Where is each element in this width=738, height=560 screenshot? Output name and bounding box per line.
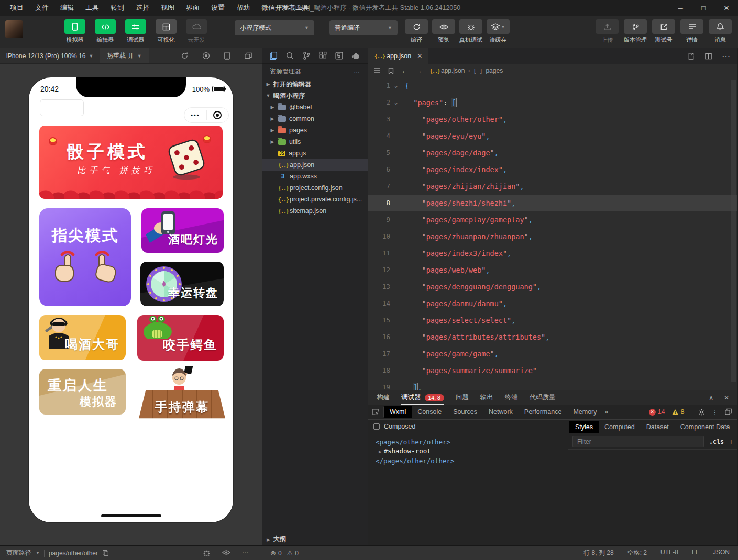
- devtools-tab-network[interactable]: Network: [483, 406, 519, 418]
- files-icon[interactable]: [269, 51, 278, 60]
- eol[interactable]: LF: [692, 548, 699, 557]
- file-tree-item-app.json[interactable]: ▶{..}app.json: [262, 159, 368, 171]
- devtools-tab-console[interactable]: Console: [412, 406, 447, 418]
- debug-icon[interactable]: [203, 549, 211, 557]
- language-mode[interactable]: JSON: [713, 548, 730, 557]
- toolbar-button-编辑器[interactable]: 编辑器: [93, 19, 117, 44]
- fold-chevron-icon[interactable]: ⌄: [390, 77, 402, 94]
- device-selector[interactable]: iPhone 12/13 (Pro) 100% 16 ▼: [0, 48, 100, 63]
- problems-summary[interactable]: ⊗0 ⚠0: [262, 549, 368, 557]
- snippets-icon[interactable]: [335, 51, 344, 60]
- menu-设置[interactable]: 设置: [206, 2, 229, 14]
- code-line-15[interactable]: 15 "pages/select/select",: [368, 312, 737, 329]
- search-icon[interactable]: [285, 51, 294, 60]
- lines-icon[interactable]: [680, 19, 703, 34]
- back-icon[interactable]: ←: [401, 67, 408, 75]
- more-icon[interactable]: ⋯: [722, 51, 730, 61]
- file-tree-item-app.wxss[interactable]: ▶∃app.wxss: [262, 171, 368, 182]
- inspect-element-icon[interactable]: [368, 407, 384, 417]
- upload-icon[interactable]: [596, 19, 619, 34]
- styles-tab-dataset[interactable]: Dataset: [641, 421, 675, 433]
- layout-icon[interactable]: [156, 19, 177, 34]
- more-tabs-icon[interactable]: »: [603, 408, 611, 416]
- menu-工具[interactable]: 工具: [81, 2, 104, 14]
- compile-dropdown[interactable]: 普通编译 ▼: [329, 20, 398, 35]
- card-handheld-danmu[interactable]: 手持弹幕: [139, 366, 225, 430]
- maximize-button[interactable]: □: [692, 0, 715, 16]
- toolbar-button-详情[interactable]: 详情: [680, 19, 703, 44]
- card-drink-bigbro[interactable]: 喝酒大哥: [39, 315, 126, 360]
- styles-tab-styles[interactable]: Styles: [569, 421, 599, 433]
- code-line-9[interactable]: 9 "pages/gameplay/gameplay",: [368, 211, 737, 228]
- cloud-icon[interactable]: [186, 19, 207, 34]
- project-section[interactable]: ▼ 喝酒小程序: [262, 90, 368, 102]
- toolbar-button-消息[interactable]: 消息: [709, 19, 732, 44]
- open-preview-icon[interactable]: [687, 52, 695, 60]
- dock-icon[interactable]: [724, 408, 732, 416]
- wxml-tree[interactable]: <pages/other/other> ▶#shadow-root </page…: [368, 433, 568, 535]
- panel-tab-调试器[interactable]: 调试器14, 8: [401, 390, 444, 405]
- indent-setting[interactable]: 空格: 2: [627, 548, 647, 557]
- more-icon[interactable]: ⋯: [242, 549, 248, 557]
- eye-icon[interactable]: [222, 549, 230, 557]
- card-bar-light[interactable]: 酒吧灯光: [141, 208, 224, 253]
- code-icon[interactable]: [95, 19, 116, 34]
- cursor-position[interactable]: 行 8, 列 28: [583, 548, 613, 557]
- layers-icon[interactable]: ▼: [487, 19, 510, 34]
- panel-tab-终端[interactable]: 终端: [505, 390, 518, 405]
- minimize-capsule-icon[interactable]: [207, 111, 229, 119]
- capsule-menu[interactable]: •••: [184, 107, 229, 123]
- close-button[interactable]: ✕: [715, 0, 738, 16]
- minimize-button[interactable]: ─: [669, 0, 692, 16]
- code-line-3[interactable]: 3 "pages/other/other",: [368, 111, 737, 128]
- eye-icon[interactable]: [432, 19, 455, 34]
- toolbar-button-清缓存[interactable]: ▼清缓存: [487, 19, 510, 44]
- breadcrumb[interactable]: {..} app.json › [ ] pages: [429, 67, 503, 74]
- toolbar-button-编译[interactable]: 编译: [405, 19, 428, 44]
- branch-icon[interactable]: [624, 19, 647, 34]
- kebab-menu-icon[interactable]: ⋮: [712, 408, 719, 416]
- composed-checkbox[interactable]: [373, 423, 380, 430]
- outline-list-icon[interactable]: [373, 68, 381, 74]
- error-count[interactable]: ✕14: [649, 408, 665, 416]
- multi-window-icon[interactable]: [244, 52, 252, 60]
- styles-tab-component-data[interactable]: Component Data: [675, 421, 736, 433]
- external-icon[interactable]: [652, 19, 675, 34]
- extensions-icon[interactable]: [318, 51, 327, 60]
- card-restart-life[interactable]: 重启人生 模拟器: [39, 369, 126, 415]
- file-tree-item-utils[interactable]: ▶utils: [262, 136, 368, 148]
- card-lucky-wheel[interactable]: 幸运转盘: [140, 262, 224, 306]
- wxml-close-tag[interactable]: </pages/other/other>: [376, 456, 568, 465]
- open-editors-section[interactable]: ▶ 打开的编辑器: [262, 79, 368, 90]
- close-tab-icon[interactable]: ✕: [417, 52, 422, 60]
- card-dice-mode[interactable]: 骰子模式 比手气 拼技巧: [39, 126, 223, 199]
- avatar[interactable]: [5, 20, 23, 38]
- code-line-10[interactable]: 10 "pages/zhuanpan/zhuanpan",: [368, 228, 737, 245]
- code-line-11[interactable]: 11 "pages/index3/index",: [368, 245, 737, 262]
- file-tree-item-sitemap.json[interactable]: ▶{..}sitemap.json: [262, 205, 368, 217]
- code-line-4[interactable]: 4 "pages/eyu/eyu",: [368, 128, 737, 144]
- file-tree-item-app.js[interactable]: ▶JSapp.js: [262, 148, 368, 159]
- styles-tab-computed[interactable]: Computed: [599, 421, 641, 433]
- card-finger-mode[interactable]: 指尖模式: [39, 208, 131, 306]
- code-line-14[interactable]: 14 "pages/danmu/danmu",: [368, 295, 737, 312]
- code-line-8[interactable]: 8 "pages/shezhi/shezhi",: [368, 195, 737, 211]
- devtools-tab-performance[interactable]: Performance: [519, 406, 568, 418]
- menu-微信开发者工具[interactable]: 微信开发者工具: [257, 2, 314, 14]
- forward-icon[interactable]: →: [415, 67, 422, 75]
- file-tree-item-project.private.config.js...[interactable]: ▶{..}project.private.config.js...: [262, 194, 368, 205]
- settings-gear-icon[interactable]: [698, 408, 706, 416]
- panel-tab-问题[interactable]: 问题: [456, 390, 469, 405]
- tab-app-json[interactable]: {..} app.json ✕: [368, 48, 428, 64]
- shadow-root-node[interactable]: ▶#shadow-root: [376, 446, 568, 456]
- refresh-icon[interactable]: [405, 19, 428, 34]
- code-line-18[interactable]: 18 "pages/summarize/summarize": [368, 362, 737, 379]
- menu-界面[interactable]: 界面: [181, 2, 204, 14]
- file-tree-item-project.config.json[interactable]: ▶{..}project.config.json: [262, 182, 368, 194]
- toolbar-button-真机调试[interactable]: 真机调试: [459, 19, 482, 44]
- styles-filter-input[interactable]: [572, 436, 704, 447]
- panel-tab-代码质量[interactable]: 代码质量: [530, 390, 556, 405]
- devtools-tab-wxml[interactable]: Wxml: [384, 406, 412, 418]
- file-tree-item-common[interactable]: ▶common: [262, 113, 368, 125]
- phone-icon[interactable]: [64, 19, 85, 34]
